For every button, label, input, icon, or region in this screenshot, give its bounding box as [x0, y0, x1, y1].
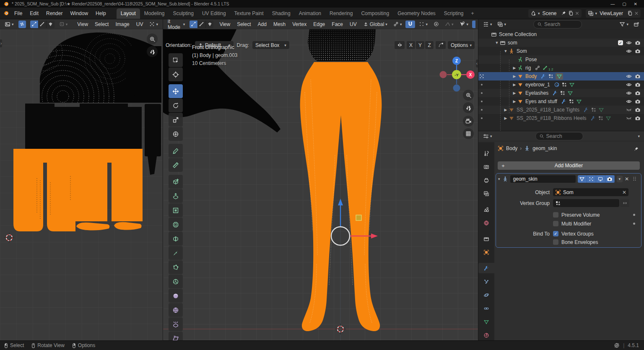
tool-edge-slide-button[interactable] — [169, 303, 183, 317]
breadcrumb-modifier[interactable]: geom_skin — [532, 145, 557, 151]
falloff-dropdown[interactable]: ▾ — [443, 21, 456, 28]
uv-menu-uv[interactable]: UV — [133, 20, 147, 29]
workspace-tab-scripting[interactable]: Scripting — [440, 8, 468, 19]
axis-z-button[interactable]: Z — [425, 41, 434, 49]
uv-menu-view[interactable]: View — [74, 20, 91, 29]
tool-cursor-button[interactable] — [169, 67, 183, 81]
tool-rotate-button[interactable] — [169, 99, 183, 112]
viewport-camera-button[interactable] — [463, 116, 474, 127]
snap-target-dropdown[interactable]: ▾ — [391, 21, 404, 28]
camera-icon[interactable] — [635, 40, 641, 46]
properties-search[interactable]: Search — [535, 132, 583, 140]
chevron-right-icon[interactable]: ▶ — [512, 91, 517, 95]
viewport-menu-view[interactable]: View — [216, 20, 234, 29]
uv-zoom-button[interactable] — [147, 34, 158, 44]
outliner-row-scene-collection[interactable]: Scene Collection — [478, 30, 644, 39]
viewport-menu-select[interactable]: Select — [234, 20, 254, 29]
outliner-row-som[interactable]: ▼som✓ — [478, 39, 644, 47]
outliner-display-mode-button[interactable]: ▾ — [495, 21, 509, 28]
multi-modifier-checkbox[interactable] — [553, 221, 558, 226]
camera-icon[interactable] — [635, 107, 641, 113]
outliner-filter-button[interactable]: ▾ — [617, 21, 631, 28]
new-collection-button[interactable] — [631, 21, 641, 28]
workspace-tab-compositing[interactable]: Compositing — [357, 8, 393, 19]
properties-tab-scene[interactable] — [478, 204, 494, 215]
workspace-tab-shading[interactable]: Shading — [268, 8, 295, 19]
properties-tab-particles[interactable] — [478, 276, 494, 287]
properties-tab-object[interactable] — [478, 247, 494, 257]
properties-tab-constraints[interactable] — [478, 303, 494, 314]
properties-tab-view-layer[interactable] — [478, 188, 494, 199]
tool-knife-button[interactable] — [169, 246, 183, 260]
outliner-row-pose[interactable]: Pose — [478, 55, 644, 64]
outliner-row-eyebrow-1[interactable]: ▶eyebrow_1 — [478, 80, 644, 89]
tool-shear-button[interactable] — [169, 332, 183, 340]
decorator-dot[interactable] — [633, 214, 635, 216]
viewport-canvas[interactable]: Orientation: Default ▾ Drag: Select Box … — [163, 29, 478, 340]
eye-icon[interactable] — [626, 40, 632, 46]
tool-transform-button[interactable] — [169, 127, 183, 141]
modifier-name-input[interactable] — [510, 175, 576, 183]
chevron-right-icon[interactable]: ▶ — [503, 116, 509, 120]
uv-canvas[interactable]: › — [0, 29, 163, 340]
snap-toggle[interactable] — [405, 21, 415, 28]
collection-checkbox[interactable]: ✓ — [618, 40, 623, 45]
vertex-select-button[interactable] — [190, 21, 197, 28]
viewport-menu-uv[interactable]: UV — [346, 20, 360, 29]
viewport-menu-vertex[interactable]: Vertex — [289, 20, 310, 29]
chevron-down-icon[interactable]: ▼ — [503, 49, 509, 53]
clear-object-icon[interactable]: ✕ — [622, 189, 626, 195]
eye-closed-icon[interactable] — [626, 107, 632, 113]
tool-spin-button[interactable] — [169, 275, 183, 288]
menu-help[interactable]: Help — [92, 9, 110, 18]
uv-menu-image[interactable]: Image — [112, 20, 132, 29]
tool-annotate-button[interactable] — [169, 144, 183, 158]
camera-icon[interactable] — [635, 99, 641, 104]
outliner-row-body[interactable]: ▶Body — [478, 72, 644, 80]
pin-icon[interactable] — [634, 146, 639, 152]
show-render-toggle[interactable] — [605, 175, 615, 183]
show-realtime-toggle[interactable] — [596, 175, 605, 183]
maximize-button[interactable]: ▢ — [622, 2, 626, 6]
eye-icon[interactable] — [626, 82, 632, 88]
outliner-search[interactable]: Search — [533, 20, 582, 29]
properties-tab-world[interactable] — [478, 218, 494, 228]
chevron-right-icon[interactable]: ▶ — [512, 74, 517, 78]
uv-edge-select-button[interactable] — [39, 21, 47, 28]
workspace-tab-sculpting[interactable]: Sculpting — [169, 8, 198, 19]
outliner-row-ss-2025-118-ribbons-heels[interactable]: ▶SS_2025_#118_Ribbons Heels — [478, 114, 644, 122]
editor-type-button[interactable]: ▾ — [3, 21, 16, 28]
viewport-menu-edge[interactable]: Edge — [310, 20, 328, 29]
tool-measure-button[interactable] — [169, 158, 183, 172]
object-field[interactable]: Som ✕ — [553, 188, 628, 196]
transform-orientation-dropdown[interactable]: Global▾ — [361, 21, 390, 28]
properties-tab-output[interactable] — [478, 175, 494, 185]
outliner-row-eyelashes[interactable]: ▶Eyelashes — [478, 89, 644, 97]
pin-icon[interactable] — [561, 10, 566, 16]
preserve-volume-checkbox[interactable] — [553, 212, 558, 218]
properties-tab-tool[interactable] — [478, 148, 494, 158]
copy-icon[interactable] — [627, 10, 633, 16]
axis-y-button[interactable]: Y — [416, 41, 424, 49]
proportional-edit-toggle[interactable] — [431, 21, 441, 28]
uv-sticky-select-button[interactable]: ▾ — [57, 21, 70, 28]
properties-tab-collection[interactable] — [478, 233, 494, 244]
camera-icon[interactable] — [635, 82, 641, 88]
properties-type-button[interactable]: ▾ — [481, 132, 494, 140]
tool-select-box-button[interactable] — [169, 53, 183, 67]
workspace-tab-uv-editing[interactable]: UV Editing — [198, 8, 230, 19]
workspace-tab-modeling[interactable]: Modeling — [140, 8, 169, 19]
copy-icon[interactable] — [568, 10, 574, 16]
uv-menu-select[interactable]: Select — [91, 20, 112, 29]
vertex-group-field[interactable] — [553, 199, 619, 207]
properties-tab-physics[interactable] — [478, 290, 494, 300]
snap-settings-dropdown[interactable]: ▾ — [417, 21, 430, 28]
blender-menu-logo-icon[interactable] — [3, 10, 9, 16]
camera-icon[interactable] — [635, 90, 641, 96]
tool-options-dropdown[interactable]: Options▾ — [448, 41, 475, 49]
eye-icon[interactable] — [626, 48, 632, 54]
viewport-pan-button[interactable] — [463, 102, 474, 113]
camera-icon[interactable] — [635, 115, 641, 121]
viewport-menu-add[interactable]: Add — [254, 20, 270, 29]
workspace-tab-animation[interactable]: Animation — [295, 8, 325, 19]
